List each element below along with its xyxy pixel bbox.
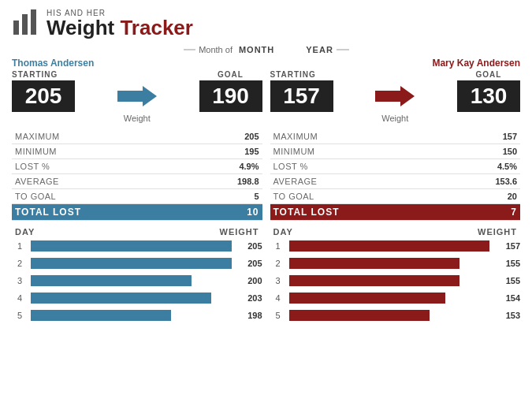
her-average-label: AVERAGE [270,174,451,189]
list-item: 5 153 [270,308,521,322]
chart-day: 4 [12,293,28,303]
chart-weight: 155 [493,276,520,285]
her-total-lost-label: TOTAL LOST [270,204,451,221]
svg-marker-3 [117,86,157,106]
chart-bar-container [31,310,232,321]
list-item: 1 205 [12,239,262,253]
her-goal-weight: 130 [457,80,520,112]
his-minimum-label: MINIMUM [12,144,192,159]
her-lost-pct-label: LOST % [270,159,451,174]
her-maximum-value: 157 [451,129,520,144]
his-total-lost-row: TOTAL LOST 10 [12,204,262,221]
her-minimum-row: MINIMUM 150 [270,144,521,159]
her-maximum-row: MAXIMUM 157 [270,129,521,144]
her-average-value: 153.6 [451,174,520,189]
chart-bar [31,293,211,304]
app-title: Weight Tracker [47,17,193,38]
app-title-black: Weight [47,16,114,39]
chart-bar [289,293,446,304]
his-lost-pct-label: LOST % [12,159,192,174]
month-label: MONTH [239,45,274,54]
her-maximum-label: MAXIMUM [270,129,451,144]
his-goal-label: GOAL [199,70,262,79]
list-item: 2 205 [12,256,262,270]
chart-bar [289,240,490,252]
her-chart-day-label: DAY [273,227,293,237]
chart-bar [289,258,459,269]
list-item: 5 198 [12,308,262,322]
his-column: Thomas Andersen STARTING GOAL 205 190 We… [12,58,262,326]
her-minimum-value: 150 [451,144,520,159]
his-goal-weight: 190 [199,80,262,112]
his-stats-table: MAXIMUM 205 MINIMUM 195 LOST % 4.9% AVER… [12,129,262,221]
svg-marker-4 [375,86,415,106]
her-chart: DAY WEIGHT 1 157 2 155 3 155 4 [270,227,521,322]
his-average-value: 198.8 [192,174,262,189]
his-starting-label: STARTING [12,70,75,79]
chart-day: 4 [270,293,286,303]
his-total-lost-value: 10 [192,204,262,221]
his-chart-header: DAY WEIGHT [12,227,262,237]
chart-weight: 200 [235,276,262,285]
his-arrow-icon [117,84,157,108]
svg-rect-2 [31,9,36,35]
chart-bar [31,310,171,321]
chart-bar [289,275,459,286]
her-lost-pct-value: 4.5% [451,159,520,174]
his-to-goal-value: 5 [192,189,262,204]
his-total-lost-label: TOTAL LOST [12,204,192,221]
his-to-goal-row: TO GOAL 5 [12,189,262,204]
chart-day: 1 [12,241,28,251]
his-chart-weight-label: WEIGHT [220,227,259,237]
his-maximum-row: MAXIMUM 205 [12,129,262,144]
app-title-red: Tracker [120,16,193,39]
her-goal-label: GOAL [457,70,520,79]
his-lost-pct-row: LOST % 4.9% [12,159,262,174]
his-name: Thomas Andersen [12,58,94,69]
bar-chart-icon [12,8,40,39]
chart-weight: 203 [235,293,262,303]
chart-bar [289,310,430,321]
her-arrow-icon [375,84,415,108]
chart-day: 5 [270,311,286,320]
his-to-goal-label: TO GOAL [12,189,192,204]
her-starting-weight: 157 [270,80,333,112]
month-of-label: Month of [199,45,233,54]
chart-bar-container [289,240,490,252]
chart-bar-container [31,258,232,269]
her-chart-weight-label: WEIGHT [478,227,517,237]
his-chart-rows: 1 205 2 205 3 200 4 203 5 [12,239,262,322]
her-lost-pct-row: LOST % 4.5% [270,159,521,174]
chart-weight: 205 [235,259,262,268]
his-minimum-value: 195 [192,144,262,159]
her-name: Mary Kay Andersen [432,58,520,69]
chart-bar-container [31,240,232,252]
list-item: 4 154 [270,291,521,305]
list-item: 3 200 [12,274,262,288]
her-column: Mary Kay Andersen STARTING GOAL 157 130 … [270,58,521,326]
list-item: 1 157 [270,239,521,253]
his-chart: DAY WEIGHT 1 205 2 205 3 200 4 [12,227,262,322]
his-weight-label: Weight [12,114,262,123]
his-lost-pct-value: 4.9% [192,159,262,174]
chart-bar-container [289,310,490,321]
chart-weight: 154 [493,293,520,303]
chart-day: 2 [12,259,28,268]
chart-weight: 153 [493,311,520,320]
chart-weight: 157 [493,241,520,251]
list-item: 2 155 [270,256,521,270]
his-maximum-label: MAXIMUM [12,129,192,144]
her-to-goal-value: 20 [451,189,520,204]
his-starting-weight: 205 [12,80,75,112]
chart-bar-container [31,275,232,286]
chart-bar-container [289,293,490,304]
her-to-goal-row: TO GOAL 20 [270,189,521,204]
chart-bar-container [289,258,490,269]
chart-bar-container [289,275,490,286]
chart-weight: 198 [235,311,262,320]
her-stats-table: MAXIMUM 157 MINIMUM 150 LOST % 4.5% AVER… [270,129,521,221]
her-to-goal-label: TO GOAL [270,189,451,204]
svg-rect-1 [22,14,28,35]
her-total-lost-row: TOTAL LOST 7 [270,204,521,221]
chart-day: 5 [12,311,28,320]
